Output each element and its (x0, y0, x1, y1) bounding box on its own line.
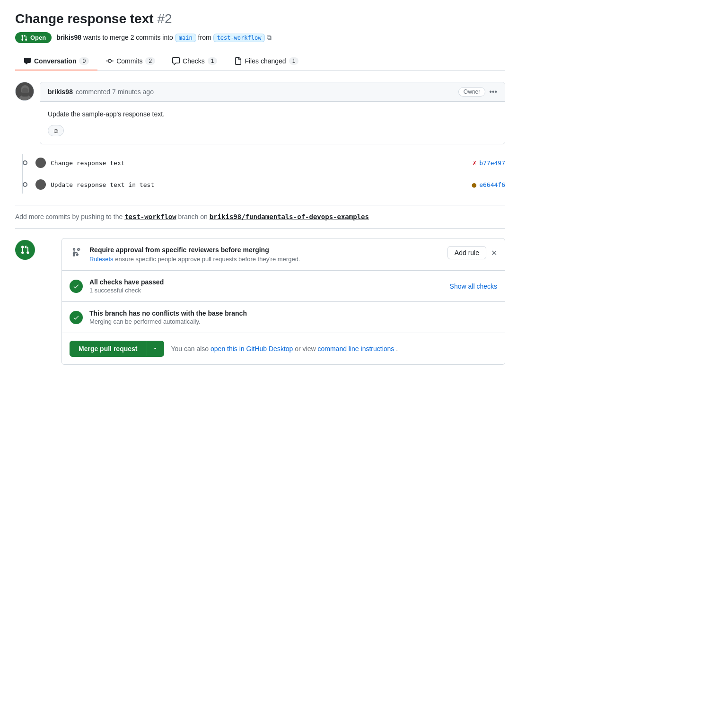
tab-files-changed-label: Files changed (245, 57, 286, 65)
emoji-button[interactable]: ☺ (48, 125, 64, 136)
svg-rect-4 (22, 93, 28, 97)
git-pull-request-icon (21, 35, 27, 41)
merge-icon (20, 245, 30, 255)
ruleset-sub: Rulesets ensure specific people approve … (89, 256, 441, 263)
repo-link[interactable]: brikis98/fundamentals-of-devops-examples (210, 213, 369, 221)
rulesets-link[interactable]: Rulesets (89, 256, 114, 263)
check-pass-icon-2 (70, 311, 83, 324)
commit-pending-icon: ● (472, 180, 477, 189)
timeline-content: Change response text ✗ b77e497 Update re… (33, 154, 505, 194)
copy-branch-icon[interactable]: ⧉ (267, 34, 272, 41)
commit-dot-2 (23, 182, 27, 187)
ruleset-notice: Require approval from specific reviewers… (62, 238, 505, 271)
add-commits-middle: branch on (178, 213, 210, 221)
pr-author: brikis98 (56, 34, 81, 41)
merge-also-text: You can also open this in GitHub Desktop… (171, 345, 398, 353)
files-changed-icon (234, 57, 242, 65)
pr-title-text: Change response text (15, 11, 154, 26)
tab-files-changed[interactable]: Files changed 1 (226, 53, 307, 71)
base-branch[interactable]: main (175, 34, 196, 42)
checks-icon (172, 57, 180, 65)
commits-icon (106, 57, 114, 65)
tab-conversation[interactable]: Conversation 0 (15, 53, 97, 71)
merge-also-prefix: You can also (171, 345, 209, 353)
tab-commits-count: 2 (145, 57, 155, 65)
commit-status-2: ● e6644f6 (472, 180, 505, 189)
tab-commits[interactable]: Commits 2 (97, 53, 164, 71)
branch-icon (71, 248, 81, 257)
commit-hash-2[interactable]: e6644f6 (479, 181, 505, 188)
commit-icon-2 (19, 182, 31, 187)
avatar-image (16, 82, 34, 101)
pr-number: #2 (158, 11, 172, 26)
commit-message-1: Change response text (51, 159, 468, 167)
check-text-2: This branch has no conflicts with the ba… (89, 309, 497, 325)
commit-icon-1 (19, 160, 31, 165)
check-sub-1: 1 successful check (89, 287, 443, 294)
merge-section-wrapper: Require approval from specific reviewers… (15, 238, 505, 365)
commit-item: Change response text ✗ b77e497 (33, 154, 505, 172)
timeline-area: Change response text ✗ b77e497 Update re… (15, 154, 505, 194)
tab-bar: Conversation 0 Commits 2 Checks 1 Files … (15, 53, 505, 71)
merge-dropdown-button[interactable] (146, 341, 164, 357)
command-line-instructions-link[interactable]: command line instructions (317, 345, 394, 353)
timeline-line (22, 154, 23, 194)
commit-status-1: ✗ b77e497 (473, 159, 505, 167)
tab-files-changed-count: 1 (289, 57, 299, 65)
open-badge-label: Open (30, 34, 46, 41)
merge-pull-request-button[interactable]: Merge pull request (70, 341, 146, 357)
open-github-desktop-link[interactable]: open this in GitHub Desktop (211, 345, 293, 353)
merge-or-text: or view (295, 345, 317, 353)
merge-sidebar-icon (15, 240, 35, 260)
comment-box: brikis98 commented 7 minutes ago Owner •… (40, 82, 505, 144)
ruleset-title: Require approval from specific reviewers… (89, 246, 441, 254)
merge-section: Require approval from specific reviewers… (61, 238, 505, 365)
emoji-icon: ☺ (53, 127, 59, 134)
pr-title: Change response text #2 (15, 11, 505, 26)
more-options-icon[interactable]: ••• (489, 88, 497, 96)
pr-meta: brikis98 wants to merge 2 commits into m… (56, 34, 272, 42)
commit-fail-icon: ✗ (473, 159, 476, 167)
content-area: brikis98 commented 7 minutes ago Owner •… (15, 71, 505, 365)
commit-avatar-1 (35, 158, 46, 168)
tab-conversation-count: 0 (79, 57, 89, 65)
check-title-2: This branch has no conflicts with the ba… (89, 309, 497, 317)
add-rule-button[interactable]: Add rule (447, 246, 486, 259)
pr-meta-text: wants to merge 2 commits into (83, 34, 173, 41)
merge-period: . (396, 345, 398, 353)
show-all-checks-link[interactable]: Show all checks (450, 282, 497, 290)
owner-badge: Owner (458, 87, 485, 97)
check-pass-icon-1 (70, 280, 83, 293)
commit-message-2: Update response text in test (51, 181, 467, 188)
branch-link[interactable]: test-workflow (124, 213, 176, 221)
tab-checks[interactable]: Checks 1 (164, 53, 226, 71)
conversation-icon (24, 57, 31, 65)
check-row-1: All checks have passed 1 successful chec… (62, 271, 505, 302)
open-badge: Open (15, 32, 52, 43)
merge-row: Merge pull request You can also open thi… (62, 333, 505, 364)
ruleset-actions: Add rule ✕ (447, 246, 497, 259)
pr-status-row: Open brikis98 wants to merge 2 commits i… (15, 32, 505, 43)
add-commits-note: Add more commits by pushing to the test-… (15, 205, 505, 229)
comment-body: Update the sample-app's response text. ☺ (40, 102, 505, 144)
head-branch[interactable]: test-workflow (213, 34, 265, 42)
ruleset-text: Require approval from specific reviewers… (89, 246, 441, 263)
tab-checks-label: Checks (183, 57, 205, 65)
comment-author: brikis98 (48, 88, 73, 96)
commit-dot-1 (23, 160, 27, 165)
checkmark-icon-2 (73, 314, 79, 321)
close-ruleset-button[interactable]: ✕ (491, 248, 497, 257)
check-text-1: All checks have passed 1 successful chec… (89, 278, 443, 294)
comment-header: brikis98 commented 7 minutes ago Owner •… (40, 82, 505, 102)
check-sub-2: Merging can be performed automatically. (89, 318, 497, 325)
comment-wrapper: brikis98 commented 7 minutes ago Owner •… (15, 82, 505, 144)
check-row-2: This branch has no conflicts with the ba… (62, 302, 505, 333)
ruleset-icon (70, 246, 83, 259)
avatar (15, 82, 34, 101)
comment-time: commented 7 minutes ago (76, 88, 154, 96)
checkmark-icon (73, 283, 79, 290)
commit-hash-1[interactable]: b77e497 (479, 159, 505, 167)
tab-commits-label: Commits (116, 57, 142, 65)
comment-text: Update the sample-app's response text. (48, 109, 497, 119)
emoji-row: ☺ (48, 125, 497, 136)
